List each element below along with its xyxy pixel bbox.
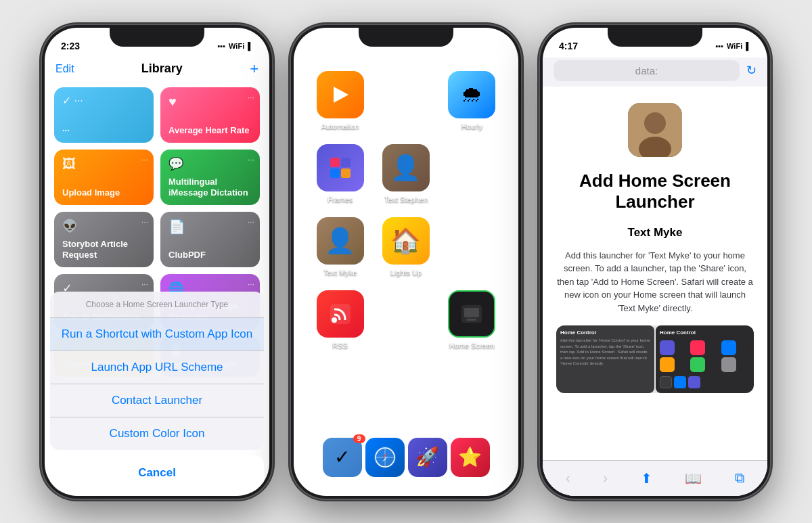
battery-icon-2: ▌ <box>497 42 502 50</box>
launcher-subtitle: Text Myke <box>628 226 683 240</box>
status-icons-1: ▪▪▪ WiFi ▌ <box>217 42 253 50</box>
shortcut-card-4[interactable]: ··· 👽 Storybot Article Request <box>54 212 154 267</box>
dock: ✓ 9 🚀 <box>307 430 505 485</box>
app-icon-rss <box>317 290 364 338</box>
app-item-lights-up[interactable]: 🏠 Lights Up <box>380 217 432 277</box>
goodlinks-icon: ⭐ <box>458 446 482 468</box>
svg-rect-2 <box>341 158 351 167</box>
preview-panel-title-2: Home Control <box>660 329 750 336</box>
wifi-icon-3: WiFi <box>727 42 742 50</box>
app-icon-home-screen <box>448 290 495 338</box>
safari-url-bar[interactable]: data: <box>554 60 740 81</box>
preview-dock-3 <box>688 376 700 388</box>
app-item-rss[interactable]: RSS <box>314 290 366 350</box>
things-icon: ✓ <box>334 446 350 468</box>
app-item-empty-1 <box>380 71 432 131</box>
notch-2 <box>359 28 453 47</box>
safari-tabs-button[interactable]: ⧉ <box>732 468 747 488</box>
app-item-home-screen[interactable]: Home Screen <box>446 290 498 350</box>
card-label-2: Upload Image <box>62 187 145 198</box>
app-item-automation[interactable]: Automation <box>314 71 366 131</box>
house-emoji: 🏠 <box>390 227 421 255</box>
safari-content: Add Home Screen Launcher Text Myke Add t… <box>543 87 767 496</box>
app-icon-frames <box>317 144 364 191</box>
card-label-3: Multilingual iMessage Dictation <box>168 177 252 198</box>
preview-app-6 <box>721 357 736 372</box>
phone1-inner: 2:23 ▪▪▪ WiFi ▌ Edit Library + ✓ ··· ··· <box>45 28 269 496</box>
card-icon-msg: 💬 <box>168 156 252 171</box>
preview-dock-row <box>660 376 750 388</box>
card-label-5: ClubPDF <box>168 250 252 260</box>
dock-safari[interactable] <box>365 438 405 477</box>
svg-rect-3 <box>330 168 340 178</box>
safari-back-button[interactable]: ‹ <box>563 468 573 488</box>
shortcut-card-0[interactable]: ✓ ··· ··· <box>54 87 154 143</box>
card-icon-image: 🖼 <box>62 156 145 172</box>
safari-bookmarks-button[interactable]: 📖 <box>682 468 704 489</box>
card-menu-7: ··· <box>248 279 254 289</box>
dock-goodlinks[interactable]: ⭐ <box>451 438 490 477</box>
status-icons-3: ▪▪▪ WiFi ▌ <box>715 42 751 50</box>
shortcut-card-2[interactable]: ··· 🖼 Upload Image <box>54 150 154 205</box>
card-menu-5: ··· <box>248 217 254 227</box>
shortcut-card-3[interactable]: ··· 💬 Multilingual iMessage Dictation <box>160 150 260 205</box>
things-badge: 9 <box>353 434 365 443</box>
action-sheet-options: Run a Shortcut with Custom App Icon Laun… <box>50 318 264 450</box>
app-label-frames: Frames <box>328 196 353 204</box>
svg-point-17 <box>644 112 666 134</box>
card-menu-3: ··· <box>248 155 254 164</box>
svg-rect-9 <box>467 319 476 321</box>
app-item-text-myke[interactable]: 👤 Text Myke <box>314 217 366 277</box>
action-sheet-title: Choose a Home Screen Launcher Type <box>50 292 264 318</box>
phone-shortcuts: 2:23 ▪▪▪ WiFi ▌ Edit Library + ✓ ··· ··· <box>42 25 272 499</box>
safari-reload-button[interactable]: ↻ <box>746 63 757 78</box>
phone2-inner: 4:17 ▪▪▪ WiFi ▌ Automation <box>294 28 518 496</box>
shortcut-card-5[interactable]: ··· 📄 ClubPDF <box>160 212 260 267</box>
app-item-hourly[interactable]: 🌧 Hourly <box>446 71 498 131</box>
card-icon-0: ✓ ··· <box>62 94 145 107</box>
status-icons-2: ▪▪▪ WiFi ▌ <box>466 42 502 50</box>
app-icon-text-myke: 👤 <box>317 217 364 265</box>
card-menu-2: ··· <box>141 155 148 164</box>
action-option-3[interactable]: Custom Color Icon <box>50 417 264 450</box>
safari-bar: data: ↻ <box>543 58 767 87</box>
app-item-empty-4 <box>380 290 432 350</box>
rss-svg <box>326 300 355 328</box>
svg-rect-1 <box>330 158 340 167</box>
wifi-icon-2: WiFi <box>478 42 493 50</box>
app-label-rss: RSS <box>332 342 348 350</box>
edit-button[interactable]: Edit <box>55 63 74 75</box>
action-sheet: Choose a Home Screen Launcher Type Run a… <box>45 292 269 496</box>
automation-svg <box>327 81 354 108</box>
status-time-2: 4:17 <box>310 41 329 51</box>
svg-rect-4 <box>341 168 351 178</box>
action-option-2[interactable]: Contact Launcher <box>50 384 264 417</box>
dock-things[interactable]: ✓ 9 <box>323 438 362 477</box>
preview-apps-grid <box>660 340 750 372</box>
app-label-text-myke: Text Myke <box>323 269 357 277</box>
stephen-avatar: 👤 <box>382 144 430 191</box>
dock-rocket[interactable]: 🚀 <box>408 438 447 477</box>
action-cancel-button[interactable]: Cancel <box>50 455 264 491</box>
card-menu-4: ··· <box>141 217 148 227</box>
preview-panel-title-1: Home Control <box>560 329 650 336</box>
app-icon-hourly: 🌧 <box>448 71 495 118</box>
app-item-frames[interactable]: Frames <box>314 144 366 204</box>
safari-toolbar: ‹ › ⬆ 📖 ⧉ <box>543 460 767 496</box>
action-option-1[interactable]: Launch App URL Scheme <box>50 351 264 384</box>
preview-dock-2 <box>674 376 686 388</box>
safari-forward-button[interactable]: › <box>600 468 610 488</box>
app-icon-automation <box>317 71 364 118</box>
app-item-empty-3 <box>446 217 498 277</box>
frames-svg <box>326 154 355 182</box>
shortcuts-header: Edit Library + <box>45 58 269 83</box>
shortcut-card-1[interactable]: ··· ♥ Average Heart Rate <box>160 87 260 143</box>
safari-share-button[interactable]: ⬆ <box>638 468 655 489</box>
app-item-text-stephen[interactable]: 👤 Text Stephen <box>380 144 432 204</box>
action-option-0[interactable]: Run a Shortcut with Custom App Icon <box>50 318 264 351</box>
battery-icon: ▌ <box>248 42 253 50</box>
app-item-empty-2 <box>446 144 498 204</box>
add-button[interactable]: + <box>250 60 258 78</box>
home-screen-svg <box>457 300 486 328</box>
app-label-hourly: Hourly <box>461 122 482 131</box>
